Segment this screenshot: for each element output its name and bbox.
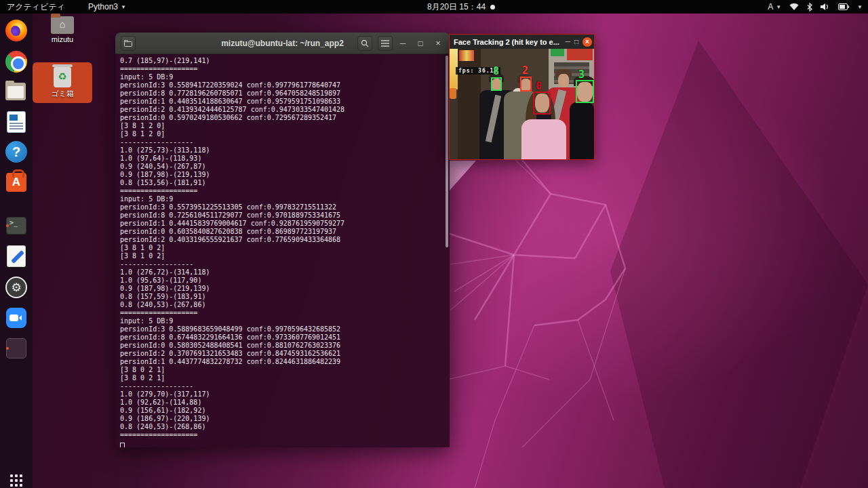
desktop-icon-label: ゴミ箱 [33,89,92,99]
volume-icon[interactable] [821,3,830,11]
text-editor-icon [7,246,25,266]
desktop-icon-trash[interactable]: ゴミ箱 [33,62,92,103]
running-indicator [6,347,9,350]
new-tab-button[interactable] [121,36,136,51]
dock-item-settings[interactable]: ⚙ [5,277,27,298]
notification-dot-icon [490,5,495,9]
desktop-icon-label: mizutu [33,35,92,43]
red-sign [567,49,593,60]
help-icon: ? [5,141,27,163]
zoom-camera-icon [6,308,26,328]
dock-item-files[interactable] [5,81,27,102]
face-tracking-titlebar[interactable]: Face Tracking 2 (hit key to e... ─ □ × [450,35,594,49]
minimize-button[interactable]: ─ [566,38,570,45]
dock-item-help[interactable]: ? [5,141,27,163]
face-window-title: Face Tracking 2 (hit key to e... [454,38,559,46]
trash-icon [54,67,71,87]
face-box-0 [533,92,551,115]
face-box-2 [520,77,532,92]
face-id-label: 3 [578,70,585,79]
chrome-icon [5,51,27,73]
face-box-8 [491,77,502,91]
face-box-3 [576,80,594,103]
terminal-titlebar[interactable]: mizutu@ubuntu-lat: ~/run_app2 ─ □ × [115,33,450,54]
maximize-button[interactable]: □ [574,38,578,45]
home-folder-icon [51,16,74,34]
pillar-left [458,49,481,159]
running-indicator [6,224,9,227]
input-method-button[interactable]: A ▼ [768,0,781,14]
hamburger-icon [381,40,389,47]
files-icon [5,83,26,100]
dock: ? A >_ ⚙ [0,14,33,488]
new-tab-icon [124,40,132,47]
bluetooth-icon[interactable] [807,3,812,12]
chevron-down-icon: ▼ [776,4,781,10]
person-body-darktee [570,102,594,159]
settings-gear-icon: ⚙ [5,277,27,298]
desktop-icon-mizutu[interactable]: mizutu [33,16,92,43]
orange-sign [450,88,456,99]
top-bar: アクティビティ Python3 ▼ 8月20日 15：44 A ▼ [0,0,868,14]
person-face [558,74,569,87]
dock-item-chrome[interactable] [5,51,27,73]
dock-item-running-app[interactable] [5,338,27,359]
battery-icon[interactable] [838,3,849,10]
dock-item-texteditor[interactable] [5,245,27,267]
terminal-cursor [120,443,125,447]
shop-lights [459,50,474,61]
system-menu-chevron-icon[interactable]: ▼ [857,4,863,10]
face-id-label: 2 [522,66,528,75]
person-jacket-pink [521,119,566,159]
face-tracking-window: Face Tracking 2 (hit key to e... ─ □ × [449,34,595,160]
search-button[interactable] [357,36,372,51]
dock-item-software[interactable]: A [5,171,27,193]
green-sign [551,49,564,56]
maximize-button[interactable]: □ [413,36,428,51]
menu-button[interactable] [378,36,393,51]
ubuntu-software-icon: A [6,173,26,192]
terminal-scrollbar[interactable] [446,56,448,247]
firefox-icon [5,20,27,41]
app-grid-icon [10,474,22,487]
app-menu-button[interactable]: Python3 ▼ [88,0,126,14]
clock-button[interactable]: 8月20日 15：44 [427,0,495,14]
terminal-window: mizutu@ubuntu-lat: ~/run_app2 ─ □ × 0.7 … [115,33,450,447]
search-icon [361,39,369,47]
minimize-button[interactable]: ─ [395,36,410,51]
close-button[interactable]: × [431,36,446,51]
terminal-output-area[interactable]: 0.7 (185,97)-(219,141) =================… [115,54,450,447]
face-id-label: 8 [493,66,499,76]
wifi-icon[interactable] [789,3,799,11]
close-button[interactable]: × [583,37,592,47]
chevron-down-icon: ▼ [121,4,126,10]
show-applications-button[interactable] [5,470,27,488]
dock-item-writer[interactable] [5,111,27,133]
selection-highlight: ゴミ箱 [33,62,92,103]
dock-item-terminal[interactable]: >_ [5,215,27,237]
terminal-icon: >_ [6,217,26,235]
libreoffice-writer-icon [7,112,25,132]
face-id-label: 0 [536,81,542,91]
dock-item-zoom[interactable] [5,307,27,329]
video-frame: fps: 36.10 8 2 0 3 [450,49,594,159]
terminal-output-text: 0.7 (185,97)-(219,141) =================… [120,57,450,439]
activities-button[interactable]: アクティビティ [7,0,65,14]
desktop: mizutu ゴミ箱 アクティビティ Python3 ▼ 8月20日 15：44… [0,0,868,488]
generic-window-icon [6,338,26,359]
dock-item-firefox[interactable] [5,20,27,41]
